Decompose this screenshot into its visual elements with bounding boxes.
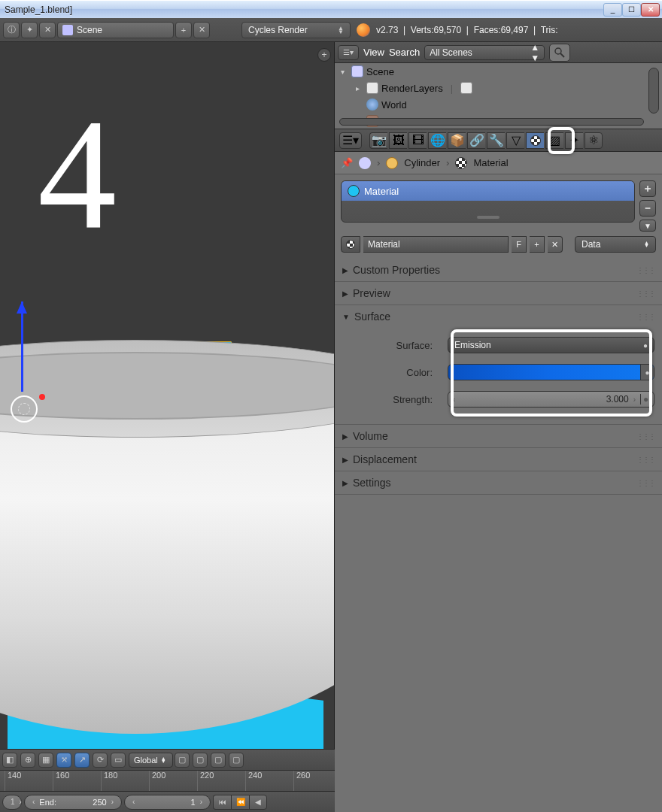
outliner-menu-search[interactable]: Search (389, 47, 420, 58)
pin-icon[interactable]: 📌 (341, 157, 353, 168)
decrement-arrow-icon[interactable]: ‹ (451, 395, 457, 404)
close-button[interactable]: ✕ (641, 3, 660, 17)
disclosure-icon[interactable]: ▸ (356, 84, 365, 92)
panel-header[interactable]: ▶ Custom Properties ⋮⋮⋮ (335, 259, 662, 281)
node-options-icon[interactable]: ● (640, 394, 651, 404)
list-resize-grip-icon[interactable] (477, 216, 500, 219)
node-options-icon[interactable]: ● (643, 341, 648, 350)
collapse-x-icon[interactable]: ✕ (39, 22, 56, 38)
prev-keyframe-button[interactable]: ⏪ (231, 795, 249, 810)
outliner-item-world[interactable]: World (335, 96, 662, 113)
tab-renderlayers-icon[interactable]: 🖼 (389, 132, 407, 149)
panel-header[interactable]: ▶ Settings ⋮⋮⋮ (335, 471, 662, 494)
material-name-field[interactable]: Material (363, 236, 509, 253)
increment-arrow-icon[interactable]: › (632, 395, 637, 404)
scene-add-icon[interactable]: + (175, 22, 192, 38)
outliner-scrollbar-h[interactable] (339, 118, 644, 126)
outliner-scrollbar-v[interactable] (648, 68, 659, 114)
surface-strength-field[interactable]: ‹ 3.000 › ● (448, 391, 654, 408)
material-link-dropdown[interactable]: Data ▲▼ (575, 236, 656, 253)
surface-color-swatch[interactable]: ● (448, 364, 654, 380)
tab-render-icon[interactable]: 📷 (369, 132, 387, 149)
pivot-icon[interactable]: ⊕ (20, 753, 35, 768)
material-fakeuser-button[interactable]: F (512, 236, 527, 253)
manipulator-origin-icon[interactable] (11, 395, 38, 423)
search-button[interactable] (549, 44, 570, 62)
outliner-editor-icon[interactable]: ☰▾ (338, 45, 359, 60)
outliner-display-dropdown[interactable]: All Scenes ▲▼ (424, 45, 545, 60)
panel-grip-icon[interactable]: ⋮⋮⋮ (636, 479, 654, 487)
node-options-icon[interactable]: ● (640, 365, 654, 380)
manipulator-z-cone-icon[interactable] (17, 296, 27, 314)
material-remove-button[interactable]: － (639, 200, 656, 217)
timeline-ruler[interactable]: 140 160 180 200 220 240 260 (0, 770, 335, 791)
tab-modifiers-icon[interactable]: 🔧 (487, 132, 505, 149)
disclosure-icon[interactable]: ▾ (341, 68, 350, 76)
tab-world-icon[interactable]: 🌐 (428, 132, 446, 149)
tab-physics-icon[interactable]: ⚛ (585, 132, 603, 149)
manipulator-z-axis[interactable] (21, 301, 23, 392)
minimize-button[interactable]: _ (603, 3, 622, 17)
panel-header[interactable]: ▶ Displacement ⋮⋮⋮ (335, 448, 662, 471)
panel-surface: ▼ Surface ⋮⋮⋮ Surface: Emission ● Color:… (335, 305, 662, 425)
manipulator-rotate-icon[interactable]: ⟳ (93, 753, 108, 768)
panel-grip-icon[interactable]: ⋮⋮⋮ (636, 289, 654, 298)
scene-delete-icon[interactable]: ✕ (193, 22, 210, 38)
panel-title: Displacement (353, 453, 417, 465)
material-slot-item[interactable]: Material (342, 181, 634, 201)
material-add-button[interactable]: ＋ (639, 180, 656, 197)
tab-constraints-icon[interactable]: 🔗 (467, 132, 485, 149)
panel-grip-icon[interactable]: ⋮⋮⋮ (636, 456, 654, 464)
panel-header[interactable]: ▶ Preview ⋮⋮⋮ (335, 282, 662, 304)
editor-type-icon[interactable]: ⓘ (3, 22, 20, 38)
frame-end-arrow[interactable]: 1› (2, 795, 22, 810)
manipulator-translate-icon[interactable]: ↗ (74, 753, 90, 768)
collapse-plus-icon[interactable]: ✦ (21, 22, 38, 38)
jump-start-button[interactable]: ⏮ (213, 795, 231, 810)
material-browse-dropdown[interactable] (341, 236, 360, 253)
breadcrumb-object[interactable]: Cylinder (404, 157, 440, 168)
scene-selector[interactable]: Scene (57, 22, 174, 38)
scene-icon (359, 157, 371, 169)
tab-texture-icon[interactable]: ▨ (545, 132, 563, 149)
tab-material-icon[interactable] (526, 132, 544, 149)
outliner-item-scene[interactable]: ▾ Scene (335, 63, 662, 80)
3d-viewport[interactable]: + 4 (0, 42, 335, 749)
material-new-button[interactable]: + (530, 236, 545, 253)
tab-particles-icon[interactable]: ✦ (565, 132, 583, 149)
current-frame-value: 1 (139, 798, 195, 807)
material-specials-button[interactable]: ▼ (639, 220, 656, 232)
tab-data-icon[interactable]: ▽ (506, 132, 524, 149)
panel-grip-icon[interactable]: ⋮⋮⋮ (636, 313, 654, 321)
manipulator-scale-icon[interactable]: ▭ (111, 753, 126, 768)
editor-type-icon[interactable]: ☰▾ (339, 132, 362, 149)
manipulator-axes-icon[interactable]: ⤧ (56, 753, 71, 768)
layer-button-icon[interactable]: ▢ (211, 753, 226, 768)
panel-header[interactable]: ▼ Surface ⋮⋮⋮ (335, 305, 662, 328)
disclosure-right-icon: ▶ (342, 479, 348, 487)
outliner-menu-view[interactable]: View (363, 47, 384, 58)
tab-object-icon[interactable]: 📦 (448, 132, 466, 149)
play-reverse-button[interactable]: ◀ (249, 795, 267, 810)
viewport-editor-icon[interactable]: ◧ (2, 753, 17, 768)
layer-button-icon[interactable]: ▢ (193, 753, 208, 768)
material-unlink-button[interactable]: ✕ (548, 236, 563, 253)
breadcrumb-material[interactable]: Material (473, 157, 508, 168)
current-frame-field[interactable]: ‹ 1 › (124, 795, 211, 810)
panel-grip-icon[interactable]: ⋮⋮⋮ (636, 266, 654, 274)
layer-button-icon[interactable]: ▢ (175, 753, 190, 768)
frame-end-field[interactable]: ‹ End: 250 › (24, 795, 122, 810)
tab-scene-icon[interactable]: 🎞 (408, 132, 427, 149)
panel-header[interactable]: ▶ Volume ⋮⋮⋮ (335, 425, 662, 447)
layers-icon[interactable]: ▦ (38, 753, 53, 768)
render-engine-dropdown[interactable]: Cycles Render ▲▼ (241, 22, 351, 38)
arrow-right-icon: › (111, 798, 114, 806)
layer-button-icon[interactable]: ▢ (229, 753, 244, 768)
material-list[interactable]: Material (341, 180, 635, 223)
outliner-tree[interactable]: ▾ Scene ▸ RenderLayers | World Camera (335, 63, 662, 129)
outliner-item-renderlayers[interactable]: ▸ RenderLayers | (335, 80, 662, 96)
maximize-button[interactable]: ☐ (622, 3, 641, 17)
surface-shader-dropdown[interactable]: Emission ● (448, 337, 654, 353)
panel-grip-icon[interactable]: ⋮⋮⋮ (636, 432, 654, 441)
transform-orientation-dropdown[interactable]: Global ▲▼ (129, 753, 173, 768)
